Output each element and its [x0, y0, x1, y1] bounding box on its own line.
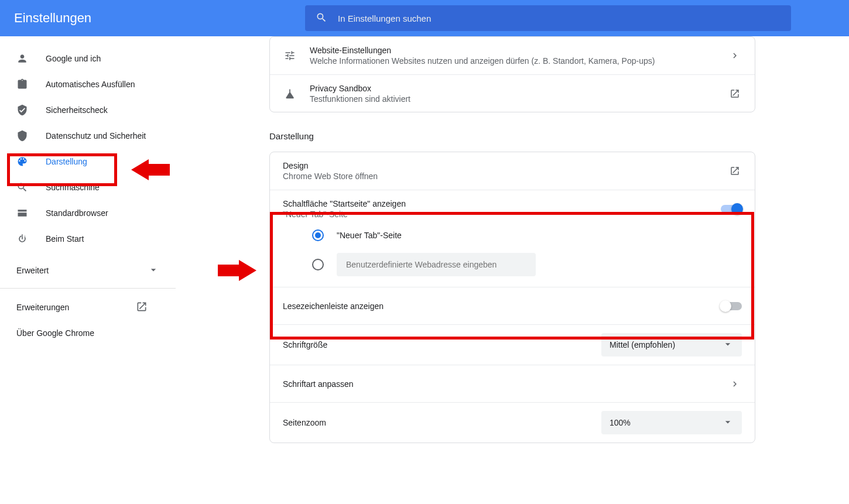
row-title: Schaltfläche "Startseite" anzeigen: [283, 199, 721, 208]
search-icon: [16, 181, 28, 193]
sidebar-item-search[interactable]: Suchmaschine: [0, 176, 176, 199]
row-title: Privacy Sandbox: [310, 84, 728, 93]
bookmarks-bar-row: Lesezeichenleiste anzeigen: [270, 287, 755, 324]
flask-icon: [283, 87, 297, 101]
browser-icon: [16, 207, 28, 219]
sidebar-advanced-toggle[interactable]: Erweitert: [0, 256, 176, 284]
row-sub: Welche Informationen Websites nutzen und…: [310, 56, 728, 66]
font-size-select[interactable]: Mittel (empfohlen): [601, 333, 742, 356]
sidebar-item-defaultbrowser[interactable]: Standardbrowser: [0, 201, 176, 225]
search-placeholder: In Einstellungen suchen: [338, 13, 431, 23]
row-title: Schriftart anpassen: [283, 379, 728, 389]
shield-icon: [16, 130, 28, 142]
sidebar-item-appearance[interactable]: Darstellung: [0, 150, 176, 173]
row-sub: Testfunktionen sind aktiviert: [310, 94, 728, 104]
sidebar-divider: [0, 288, 176, 289]
chevron-right-icon: [728, 379, 742, 389]
font-size-row: Schriftgröße Mittel (empfohlen): [270, 324, 755, 365]
custom-url-input[interactable]: [337, 253, 536, 276]
sidebar-item-google[interactable]: Google und ich: [0, 47, 176, 70]
sidebar-item-label: Sicherheitscheck: [46, 105, 108, 115]
shield-check-icon: [16, 104, 28, 116]
row-title: Website-Einstellungen: [310, 46, 728, 55]
person-icon: [16, 53, 28, 64]
page-zoom-row: Seitenzoom 100%: [270, 402, 755, 443]
row-sub: "Neuer Tab"-Seite: [283, 210, 721, 219]
sidebar-item-extensions[interactable]: Erweiterungen: [0, 294, 176, 320]
home-button-row: Schaltfläche "Startseite" anzeigen "Neue…: [270, 190, 755, 227]
chevron-down-icon: [722, 338, 734, 352]
sidebar-item-label: Google und ich: [46, 54, 101, 63]
sidebar-item-label: Über Google Chrome: [16, 328, 94, 338]
power-icon: [16, 233, 28, 245]
section-heading-appearance: Darstellung: [269, 131, 755, 141]
radio-custom-url[interactable]: [312, 259, 324, 270]
bookmarks-bar-toggle[interactable]: [721, 302, 742, 310]
external-link-icon: [136, 301, 148, 314]
sidebar-item-label: Erweiterungen: [16, 303, 69, 312]
search-input-container[interactable]: In Einstellungen suchen: [305, 5, 791, 31]
home-radio-custom-row: [270, 247, 755, 287]
sidebar-item-label: Darstellung: [46, 157, 87, 166]
chevron-right-icon: [728, 50, 742, 61]
chevron-down-icon: [722, 416, 734, 430]
row-title: Design: [283, 161, 728, 170]
sidebar-item-label: Datenschutz und Sicherheit: [46, 131, 146, 140]
home-radio-newtab-row: "Neuer Tab"-Seite: [270, 227, 755, 247]
clipboard-icon: [16, 78, 28, 90]
tune-icon: [283, 49, 297, 63]
select-value: Mittel (empfohlen): [610, 340, 675, 349]
row-title: Schriftgröße: [283, 340, 601, 349]
home-button-toggle[interactable]: [721, 205, 742, 213]
palette-icon: [16, 156, 28, 167]
page-title: Einstellungen: [14, 11, 305, 26]
chevron-down-icon: [148, 264, 159, 277]
sidebar-item-label: Suchmaschine: [46, 183, 100, 192]
privacy-card: Website-Einstellungen Welche Information…: [269, 36, 755, 112]
sidebar-item-label: Standardbrowser: [46, 208, 108, 218]
privacy-sandbox-row[interactable]: Privacy Sandbox Testfunktionen sind akti…: [270, 74, 755, 112]
row-title: Lesezeichenleiste anzeigen: [283, 301, 721, 311]
sidebar-item-onstartup[interactable]: Beim Start: [0, 227, 176, 251]
appearance-card: Design Chrome Web Store öffnen Schaltflä…: [269, 152, 755, 443]
row-title: Seitenzoom: [283, 418, 601, 427]
page-zoom-select[interactable]: 100%: [601, 411, 742, 434]
sidebar-advanced-label: Erweitert: [16, 266, 49, 275]
sidebar-item-safetycheck[interactable]: Sicherheitscheck: [0, 98, 176, 122]
sidebar-item-label: Automatisches Ausfüllen: [46, 80, 135, 89]
customize-fonts-row[interactable]: Schriftart anpassen: [270, 365, 755, 402]
main-content: Website-Einstellungen Welche Information…: [176, 36, 849, 504]
external-link-icon: [728, 88, 742, 99]
app-header: Einstellungen In Einstellungen suchen: [0, 0, 849, 36]
radio-newtab[interactable]: [312, 229, 324, 241]
row-sub: Chrome Web Store öffnen: [283, 172, 728, 181]
sidebar: Google und ich Automatisches Ausfüllen S…: [0, 36, 176, 504]
search-icon: [316, 12, 327, 25]
external-link-icon: [728, 166, 742, 176]
radio-newtab-label: "Neuer Tab"-Seite: [337, 231, 402, 240]
sidebar-item-autofill[interactable]: Automatisches Ausfüllen: [0, 73, 176, 96]
site-settings-row[interactable]: Website-Einstellungen Welche Information…: [270, 37, 755, 74]
select-value: 100%: [610, 418, 631, 427]
design-row[interactable]: Design Chrome Web Store öffnen: [270, 152, 755, 190]
sidebar-item-about[interactable]: Über Google Chrome: [0, 320, 176, 346]
sidebar-item-privacy[interactable]: Datenschutz und Sicherheit: [0, 124, 176, 148]
sidebar-item-label: Beim Start: [46, 234, 84, 244]
